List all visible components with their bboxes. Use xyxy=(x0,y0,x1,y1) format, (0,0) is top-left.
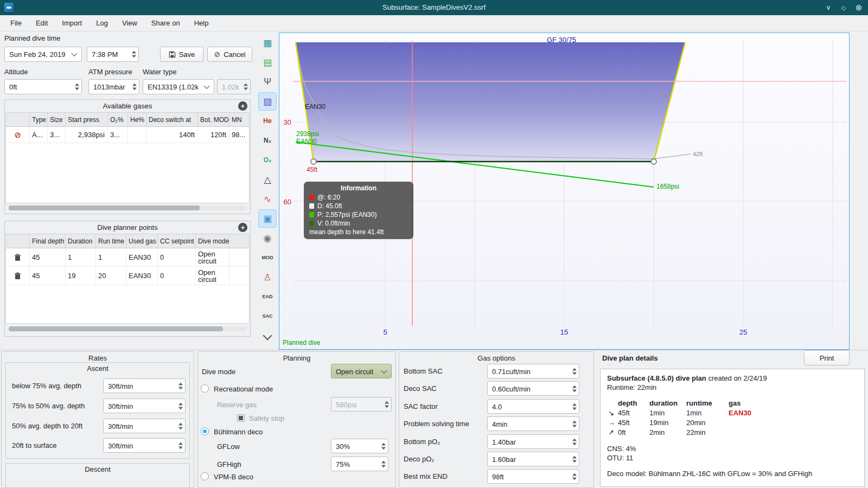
minimize-button[interactable]: ∨ xyxy=(821,0,835,15)
menu-help[interactable]: Help xyxy=(187,16,216,30)
safety-stop-label: Safety stop xyxy=(249,414,284,422)
rate-input[interactable]: 30ft/min xyxy=(103,419,186,433)
rate-input[interactable]: 30ft/min xyxy=(103,438,186,453)
add-point-button[interactable]: + xyxy=(238,223,247,232)
partial-pressure-graph-icon[interactable]: ▦ xyxy=(258,34,277,52)
safety-stop-checkbox xyxy=(237,414,245,422)
planner-point-handle[interactable] xyxy=(651,159,656,164)
maximize-button[interactable]: ◇ xyxy=(837,0,851,15)
dive-plan-details-text: Subsurface (4.8.5.0) dive plan created o… xyxy=(600,369,865,487)
problem-solving-time-label: Problem solving time xyxy=(404,420,469,428)
points-hscrollbar[interactable] xyxy=(9,326,246,331)
pressure-swatch-icon xyxy=(309,212,314,217)
dive-planner-points-table[interactable]: Final depth Duration Run time Used gas C… xyxy=(5,234,250,324)
best-mix-end-input[interactable]: 98ft xyxy=(487,469,579,484)
oxygen-graph-icon[interactable]: O₂ xyxy=(258,151,277,169)
photos-icon[interactable]: ▣ xyxy=(258,209,277,228)
toolbar-scroll-down-icon[interactable] xyxy=(258,326,277,345)
menu-view[interactable]: View xyxy=(115,16,144,30)
gfhigh-input[interactable]: 75% xyxy=(331,457,388,471)
mean-depth-label: 42ft xyxy=(693,151,703,157)
sac-icon[interactable]: SAC xyxy=(258,307,277,325)
depth-tick-60: 60 xyxy=(284,198,291,206)
delete-gas-icon[interactable]: ⊘ xyxy=(6,127,30,143)
gases-hscrollbar[interactable] xyxy=(9,206,246,210)
menu-log[interactable]: Log xyxy=(89,16,115,30)
bottom-po2-label: Bottom pO₂ xyxy=(404,438,440,446)
rate-input[interactable]: 30ft/min xyxy=(103,399,186,413)
titlebar: Subsurface: SampleDivesV2.ssrf ∨ ◇ ⊗ xyxy=(0,0,868,16)
gases-hscrollbar-thumb[interactable] xyxy=(9,206,200,210)
nitrogen-graph-icon[interactable]: N₂ xyxy=(258,131,277,150)
cancel-icon: ⊘ xyxy=(214,50,220,59)
altitude-input[interactable]: 0ft xyxy=(4,79,82,94)
time-tick-15: 15 xyxy=(560,328,568,336)
subsurface-window: Subsurface: SampleDivesV2.ssrf ∨ ◇ ⊗ Fil… xyxy=(0,0,868,488)
planner-point-handle[interactable] xyxy=(311,159,316,164)
gfhigh-label: GFHigh xyxy=(217,460,241,468)
bottom-po2-input[interactable]: 1.40bar xyxy=(487,434,579,449)
buhlmann-deco-radio[interactable] xyxy=(201,427,209,435)
ascent-title: Ascent xyxy=(6,364,189,373)
dive-profile-area xyxy=(296,42,685,162)
gflow-label: GFLow xyxy=(217,442,240,451)
spinner-arrows-icon xyxy=(132,51,136,58)
bottom-separator xyxy=(0,350,868,350)
recreational-mode-label: Recreational mode xyxy=(214,385,273,393)
chevron-down-icon xyxy=(203,83,209,89)
planning-title: Planning xyxy=(198,354,395,362)
points-hscrollbar-thumb[interactable] xyxy=(9,326,223,331)
vpmb-deco-radio[interactable] xyxy=(201,472,209,480)
rate-label: below 75% avg. depth xyxy=(12,382,81,390)
ead-icon[interactable]: EAD xyxy=(258,287,277,306)
gas-pressures-graph-icon[interactable]: ▤ xyxy=(258,53,277,72)
available-gases-table[interactable]: Type Size Start press O₂% He% Deco switc… xyxy=(5,112,250,203)
print-button[interactable]: Print xyxy=(804,350,850,365)
buhlmann-deco-label: Bühlmann deco xyxy=(214,428,263,436)
recreational-mode-radio[interactable] xyxy=(201,384,209,393)
mod-icon[interactable]: MOD xyxy=(258,248,277,267)
menu-share-on[interactable]: Share on xyxy=(144,16,187,30)
menu-import[interactable]: Import xyxy=(55,16,89,30)
save-button[interactable]: Save xyxy=(160,47,203,62)
spinner-arrows-icon xyxy=(75,84,79,91)
dive-mode-combo[interactable]: Open circuit xyxy=(331,364,392,378)
salinity-input: 1.02k xyxy=(217,79,251,94)
rate-label: 20ft to surface xyxy=(12,441,56,450)
heart-rate-icon[interactable]: ∿ xyxy=(258,190,277,208)
cancel-button[interactable]: ⊘ Cancel xyxy=(207,47,252,62)
close-button[interactable]: ⊗ xyxy=(852,0,866,15)
rate-label: 50% avg. depth to 20ft xyxy=(12,422,82,430)
deco-po2-input[interactable]: 1.60bar xyxy=(487,452,579,466)
diver-icon[interactable]: ♙ xyxy=(258,268,277,286)
delete-point-icon[interactable] xyxy=(6,267,30,285)
date-combo[interactable]: Sun Feb 24, 2019 xyxy=(4,47,82,62)
menu-edit[interactable]: Edit xyxy=(29,16,55,30)
rate-input[interactable]: 30ft/min xyxy=(103,378,186,393)
depth-tick-30: 30 xyxy=(284,118,291,126)
helium-graph-icon[interactable]: He xyxy=(258,112,277,130)
ruler-icon[interactable]: Ψ xyxy=(258,73,277,91)
deco-sac-input[interactable]: 0.60cuft/min xyxy=(487,381,579,396)
altitude-label: Altitude xyxy=(4,68,28,76)
dive-mode-label: Dive mode xyxy=(202,368,235,376)
water-type-combo[interactable]: EN13319 (1.02k xyxy=(143,79,214,94)
planned-dive-label: Planned dive xyxy=(283,339,321,346)
start-gas-label: EAN30 xyxy=(296,138,317,145)
end-pressure-label: 1658psi xyxy=(656,183,679,190)
air-graph-icon[interactable]: △ xyxy=(258,170,277,189)
descent-group: Descent xyxy=(5,463,190,488)
time-input[interactable]: 7:38 PM xyxy=(87,47,139,62)
depth-swatch-icon xyxy=(309,203,314,209)
delete-point-icon[interactable] xyxy=(6,248,30,267)
bottom-sac-input[interactable]: 0.71cuft/min xyxy=(487,364,579,378)
available-gases-title: Available gases xyxy=(5,102,250,110)
menu-file[interactable]: File xyxy=(3,16,29,30)
gflow-input[interactable]: 30% xyxy=(331,439,388,453)
atm-pressure-input[interactable]: 1013mbar xyxy=(88,79,139,94)
tank-bar-icon[interactable]: ▨ xyxy=(258,92,277,111)
deco-ceiling-icon[interactable]: ◉ xyxy=(258,229,277,247)
sac-factor-input[interactable]: 4.0 xyxy=(487,399,579,414)
problem-solving-time-input[interactable]: 4min xyxy=(487,416,579,431)
add-gas-button[interactable]: + xyxy=(238,101,247,111)
